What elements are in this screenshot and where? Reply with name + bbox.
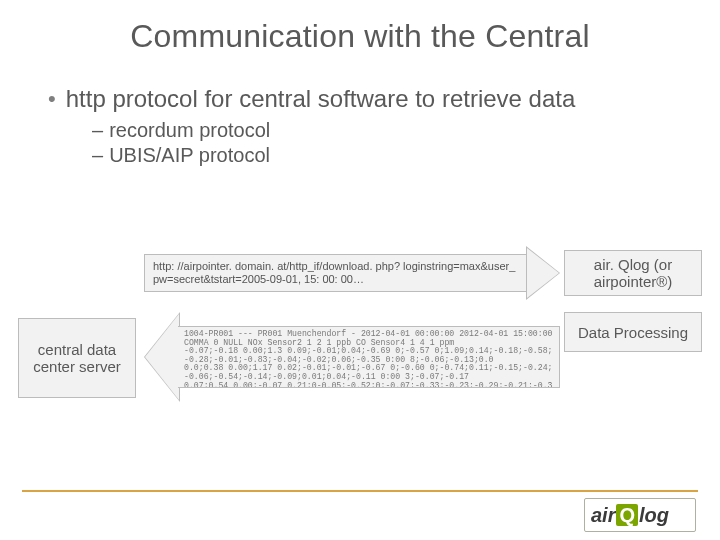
- response-arrow-body: 1004-PR001 --- PR001 Muenchendorf - 2012…: [178, 326, 560, 388]
- content-area: • http protocol for central software to …: [0, 55, 720, 167]
- slide: Communication with the Central • http pr…: [0, 0, 720, 540]
- device-box: air. Qlog (or airpointer®): [564, 250, 702, 296]
- dash-icon: –: [92, 119, 103, 142]
- request-url-text: http: //airpointer. domain. at/http_if/d…: [153, 260, 520, 285]
- brand-logo: airQlog: [584, 498, 696, 532]
- sub-bullet-1: – recordum protocol: [92, 119, 672, 142]
- logo-suffix: log: [639, 504, 669, 527]
- slide-title: Communication with the Central: [0, 18, 720, 55]
- response-data-text: 1004-PR001 --- PR001 Muenchendorf - 2012…: [184, 329, 557, 388]
- sub-bullet-2: – UBIS/AIP protocol: [92, 144, 672, 167]
- sub-bullet-1-text: recordum protocol: [109, 119, 270, 142]
- logo-prefix: air: [591, 504, 615, 527]
- request-arrow: http: //airpointer. domain. at/http_if/d…: [144, 250, 560, 296]
- bullet-main-text: http protocol for central software to re…: [66, 85, 576, 113]
- server-box: central data center server: [18, 318, 136, 398]
- diagram-area: http: //airpointer. domain. at/http_if/d…: [18, 250, 702, 430]
- sub-bullet-2-text: UBIS/AIP protocol: [109, 144, 270, 167]
- response-arrow: 1004-PR001 --- PR001 Muenchendorf - 2012…: [144, 312, 560, 402]
- processing-box: Data Processing: [564, 312, 702, 352]
- arrow-left-head-icon: [144, 312, 180, 402]
- footer-divider: [22, 490, 698, 492]
- bullet-dot-icon: •: [48, 85, 56, 113]
- device-label: air. Qlog (or airpointer®): [569, 256, 697, 290]
- dash-icon: –: [92, 144, 103, 167]
- bullet-main: • http protocol for central software to …: [48, 85, 672, 113]
- server-label: central data center server: [23, 341, 131, 375]
- request-arrow-body: http: //airpointer. domain. at/http_if/d…: [144, 254, 528, 292]
- processing-label: Data Processing: [578, 324, 688, 341]
- logo-accent: Q: [616, 504, 638, 526]
- sub-bullet-list: – recordum protocol – UBIS/AIP protocol: [92, 119, 672, 167]
- arrow-right-head-icon: [526, 246, 560, 300]
